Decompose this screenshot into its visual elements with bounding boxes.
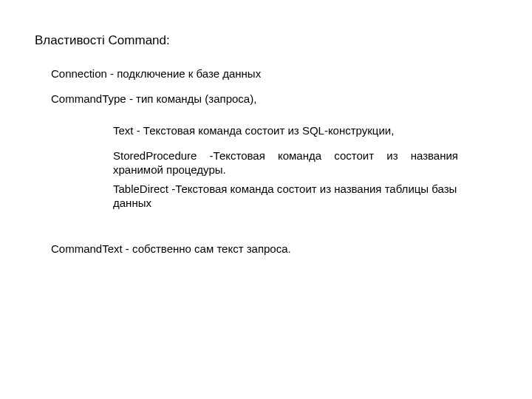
prop-commandtype: CommandType - тип команды (запроса),: [51, 92, 495, 106]
prop-connection: Connection - подключение к базе данных: [51, 66, 495, 81]
prop-commandtext: CommandText - собственно сам текст запро…: [51, 242, 495, 256]
subtype-tabledirect: TableDirect -Текстовая команда состоит и…: [113, 182, 458, 211]
section-title: Властивості Command:: [35, 33, 495, 49]
subtype-storedprocedure: StoredProcedure -Текстовая команда состо…: [113, 149, 458, 177]
subtype-text: Text - Текстовая команда состоит из SQL-…: [113, 123, 458, 138]
